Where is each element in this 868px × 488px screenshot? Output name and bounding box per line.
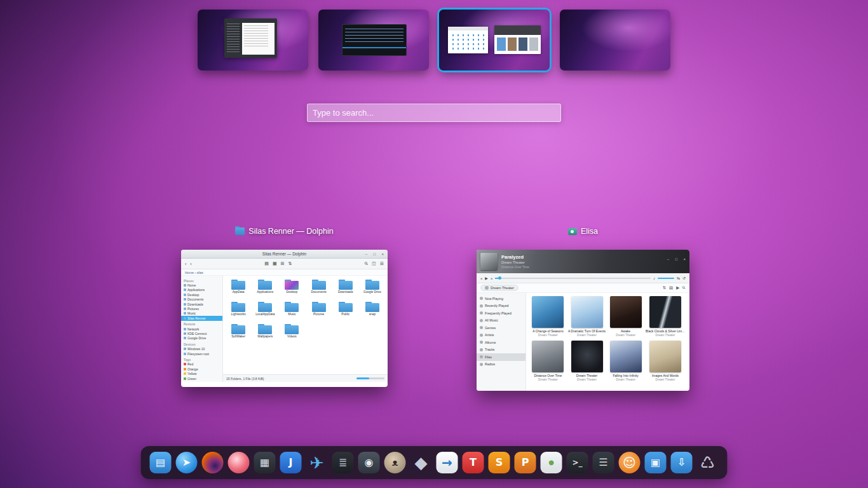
details-view-icon: ⊞	[281, 261, 285, 266]
dolphin-sidebar-item: Green	[181, 376, 222, 381]
downloads-folder-icon[interactable]: ⇩	[671, 452, 693, 473]
chat-smiley-icon[interactable]: ☺	[619, 452, 641, 473]
status-text: 15 Folders, 1 File (3.8 KiB)	[226, 377, 264, 381]
place-label: Green	[187, 377, 196, 381]
artist-avatar-icon	[485, 286, 489, 290]
trash-icon[interactable]: ♺	[697, 452, 719, 473]
sidebar-item-icon	[480, 355, 483, 358]
elisa-player-controls: « ▶ » ♪ ⇆ ↺	[477, 273, 689, 283]
desktop-overview: Silas Renner — Dolphin Elisa Silas Renne…	[0, 0, 868, 488]
overview-search-input[interactable]	[308, 104, 560, 121]
place-icon	[184, 368, 186, 370]
elisa-app-icon	[568, 228, 577, 235]
notes-leaf-icon[interactable]: ●	[541, 452, 562, 473]
dolphin-window-preview[interactable]: Silas Renner — Dolphin – □ × ‹ › ▤ ▦ ⊞ ⇅	[181, 250, 388, 387]
sidebar-item-label: Radios	[485, 362, 495, 366]
dolphin-sidebar-item: Tags	[181, 357, 222, 362]
sidebar-item-icon	[480, 297, 483, 300]
elisa-window-preview[interactable]: Paralyzed Dream Theater Distance Over Ti…	[477, 250, 689, 391]
sidebar-item-label: Recently Played	[485, 304, 509, 308]
elisa-sidebar-item: Files	[477, 353, 526, 361]
file-manager-icon[interactable]: ▤	[150, 452, 172, 473]
sidebar-item-icon	[480, 363, 483, 366]
elisa-sidebar-item: Recently Played	[477, 302, 526, 310]
sort-icon: ⇅	[663, 285, 666, 290]
dolphin-titlebar: Silas Renner — Dolphin – □ ×	[181, 250, 388, 259]
p-presentation-icon[interactable]: P	[515, 452, 536, 473]
album-artist: Dream Theater	[567, 334, 607, 337]
album-cover	[532, 296, 564, 328]
dolphin-title-text: Silas Renner — Dolphin	[262, 252, 306, 256]
dolphin-sidebar-item: Remote	[181, 322, 222, 327]
overview-search	[307, 104, 561, 122]
s-office-icon[interactable]: S	[489, 452, 510, 473]
gimp-icon[interactable]: ᴥ	[384, 452, 406, 473]
sidebar-item-label: Genres	[485, 326, 496, 330]
browser-pointer-icon[interactable]: ➤	[176, 452, 198, 473]
folder-item: Public	[332, 302, 359, 320]
search-icon: ⚲	[363, 261, 369, 266]
folder-item: Google Drive	[359, 280, 386, 297]
terminal-icon[interactable]: >_	[567, 452, 588, 473]
album-cover	[571, 341, 603, 372]
place-label: Music	[187, 311, 196, 315]
place-icon	[184, 353, 186, 355]
desktop-thumbnail-3-active[interactable]	[439, 10, 550, 71]
dolphin-window-label: Silas Renner — Dolphin	[181, 226, 388, 237]
album-artist: Dream Theater	[529, 334, 567, 337]
desktop3-filemanager-preview	[448, 27, 488, 53]
desktop-thumbnail-4[interactable]	[560, 10, 670, 71]
sidebar-item-label: Files	[485, 355, 492, 359]
folder-item: Videos	[278, 324, 305, 342]
elisa-sidebar-item: Genres	[477, 324, 526, 332]
now-playing-artist: Dream Theater	[501, 261, 529, 264]
album-title: A Change of Seasons	[529, 329, 567, 333]
virtual-desktops-bar	[198, 10, 670, 71]
grid-utility-icon[interactable]: ▦	[254, 452, 276, 473]
dolphin-sidebar-item: Applications	[181, 288, 222, 292]
dolphin-body: Places Home Applications Desktop	[181, 276, 388, 382]
folder-label: Pictures	[306, 313, 332, 320]
elisa-album-grid: A Change of Seasons Dream Theater A Dram…	[526, 293, 689, 391]
elisa-sidebar-item: Frequently Played	[477, 309, 526, 317]
place-label: KDE Connect	[187, 332, 207, 336]
desktop-thumbnail-1[interactable]	[198, 10, 308, 71]
folder-label: AppData	[225, 290, 252, 297]
volume-slider	[658, 278, 674, 279]
elisa-filter-bar: Dream Theater ⇅ ▤ ▶ ⚲	[477, 283, 689, 293]
now-playing-meta: Paralyzed Dream Theater Distance Over Ti…	[501, 254, 529, 269]
cassette-app-icon[interactable]: ≣	[332, 452, 354, 473]
firefox-icon[interactable]	[202, 452, 224, 473]
back-icon: ‹	[185, 262, 186, 266]
diamond-app-icon[interactable]: ◆	[410, 452, 432, 473]
place-label: Home	[187, 283, 196, 287]
t-editor-icon[interactable]: T	[463, 452, 484, 473]
share-arrow-icon[interactable]: →	[437, 452, 458, 473]
now-playing-album: Distance Over Time	[501, 265, 529, 269]
plane-app-icon[interactable]: ✈	[306, 452, 328, 473]
shuffle-icon: ⇆	[677, 276, 680, 280]
sidebar-item-icon	[480, 311, 483, 315]
settings-sliders-icon[interactable]: ☰	[593, 452, 614, 473]
dolphin-sidebar-item: Places	[181, 278, 222, 283]
editor-tree-preview	[227, 24, 240, 54]
screenshot-camera-icon[interactable]: ◉	[358, 452, 380, 473]
desktop-thumbnail-2[interactable]	[318, 10, 429, 71]
place-icon	[184, 337, 186, 339]
files-window-icon[interactable]: ▣	[645, 452, 667, 473]
elisa-sidebar-item: All Music	[477, 317, 526, 325]
place-icon	[184, 284, 186, 287]
repeat-icon: ↺	[682, 276, 686, 280]
folder-label: snap	[359, 313, 386, 320]
play-icon: ▶	[485, 276, 488, 280]
place-label: Places	[184, 279, 194, 283]
folder-item: AppData	[225, 280, 252, 297]
j-app-icon[interactable]: J	[280, 452, 302, 473]
pink-media-icon[interactable]	[228, 452, 250, 473]
sidebar-item-icon	[480, 334, 483, 337]
dolphin-sidebar-item: Documents	[181, 297, 222, 302]
album-cover	[649, 341, 681, 372]
folder-item: Music	[278, 302, 305, 320]
next-track-icon: »	[491, 276, 492, 280]
album-artist: Dream Theater	[607, 378, 644, 381]
